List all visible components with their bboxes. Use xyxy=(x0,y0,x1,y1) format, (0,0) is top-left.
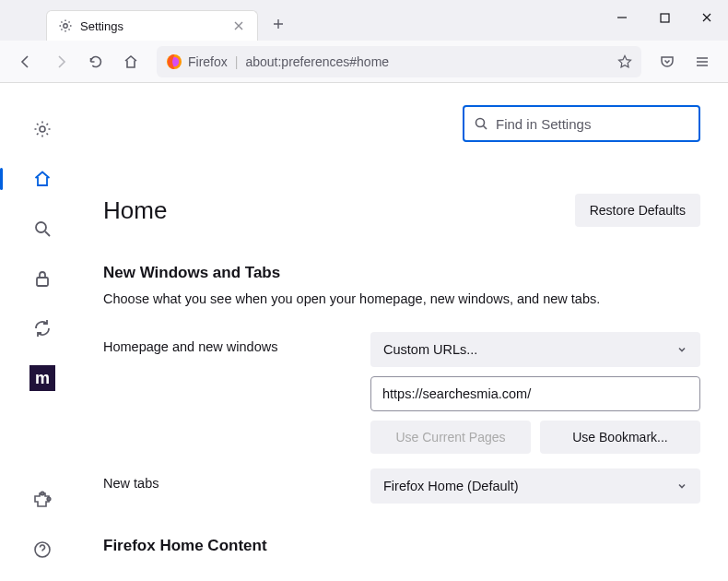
url-path: about:preferences#home xyxy=(245,54,389,69)
section-new-windows-desc: Choose what you see when you open your h… xyxy=(103,291,700,306)
sidebar-item-general[interactable] xyxy=(29,116,55,142)
minimize-button[interactable] xyxy=(601,0,643,35)
identity-box: Firefox | about:preferences#home xyxy=(166,53,389,70)
homepage-url-input[interactable] xyxy=(370,376,700,411)
newtabs-select[interactable]: Firefox Home (Default) xyxy=(370,468,700,504)
forward-button xyxy=(46,47,76,77)
tab-settings[interactable]: Settings xyxy=(46,10,258,41)
sidebar-item-sync[interactable] xyxy=(29,315,55,341)
sidebar: m xyxy=(0,83,85,581)
sidebar-item-search[interactable] xyxy=(29,216,55,242)
newtabs-row: New tabs Firefox Home (Default) xyxy=(103,468,700,504)
use-current-pages-button: Use Current Pages xyxy=(370,421,531,454)
window-controls xyxy=(601,0,728,35)
settings-search[interactable]: Find in Settings xyxy=(463,105,700,142)
close-window-button[interactable] xyxy=(686,0,728,35)
back-button[interactable] xyxy=(11,47,41,77)
url-brand: Firefox xyxy=(188,54,228,69)
svg-point-4 xyxy=(40,126,45,132)
toolbar: Firefox | about:preferences#home xyxy=(0,41,728,83)
chevron-down-icon xyxy=(676,480,687,492)
sidebar-item-home[interactable] xyxy=(29,166,55,192)
refresh-button[interactable] xyxy=(81,47,111,77)
home-button[interactable] xyxy=(116,47,146,77)
sidebar-item-mozilla[interactable]: m xyxy=(29,365,55,391)
url-separator: | xyxy=(235,54,239,69)
restore-defaults-button[interactable]: Restore Defaults xyxy=(575,194,700,227)
sidebar-item-privacy[interactable] xyxy=(29,266,55,291)
chevron-down-icon xyxy=(676,344,687,355)
svg-rect-6 xyxy=(37,278,48,286)
titlebar: Settings xyxy=(0,0,728,41)
maximize-button[interactable] xyxy=(643,0,686,35)
menu-button[interactable] xyxy=(687,47,717,77)
tab-title: Settings xyxy=(80,19,231,33)
search-placeholder: Find in Settings xyxy=(496,116,591,132)
homepage-select[interactable]: Custom URLs... xyxy=(370,332,700,367)
new-tab-button[interactable] xyxy=(265,11,291,37)
content: m Find in Settings Home Restore Defaults… xyxy=(0,83,728,581)
homepage-row: Homepage and new windows Custom URLs... … xyxy=(103,332,700,454)
pocket-button[interactable] xyxy=(652,47,682,77)
sidebar-item-extensions[interactable] xyxy=(29,487,55,513)
svg-rect-1 xyxy=(661,14,669,22)
close-icon[interactable] xyxy=(231,18,246,33)
newtabs-select-value: Firefox Home (Default) xyxy=(383,479,519,493)
svg-point-0 xyxy=(64,24,67,28)
main-panel: Find in Settings Home Restore Defaults N… xyxy=(85,83,728,581)
homepage-select-value: Custom URLs... xyxy=(383,342,477,357)
newtabs-label: New tabs xyxy=(103,468,370,491)
search-icon xyxy=(474,116,488,131)
homepage-label: Homepage and new windows xyxy=(103,332,370,354)
section-new-windows-title: New Windows and Tabs xyxy=(103,264,700,282)
url-bar[interactable]: Firefox | about:preferences#home xyxy=(157,46,641,77)
firefox-icon xyxy=(166,53,182,70)
use-bookmark-button[interactable]: Use Bookmark... xyxy=(540,421,700,454)
svg-point-5 xyxy=(36,222,46,232)
page-title: Home xyxy=(103,196,167,225)
bookmark-star-icon[interactable] xyxy=(617,54,632,69)
section-home-content-title: Firefox Home Content xyxy=(103,537,700,555)
gear-icon xyxy=(58,18,73,33)
sidebar-item-help[interactable] xyxy=(29,537,55,563)
svg-point-10 xyxy=(476,119,485,127)
